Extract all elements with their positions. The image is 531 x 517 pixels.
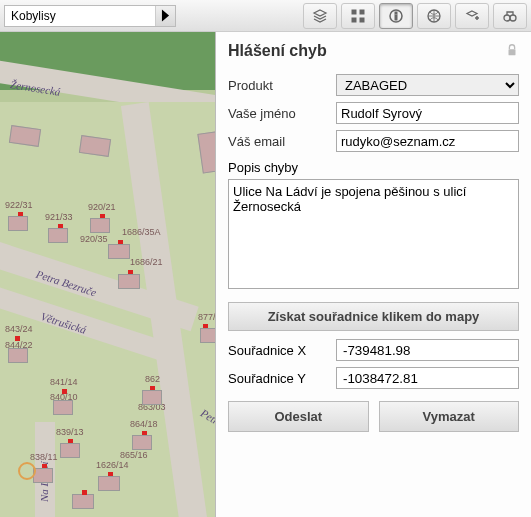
search-wrap bbox=[4, 5, 176, 27]
lock-icon bbox=[505, 43, 519, 60]
svg-point-8 bbox=[504, 15, 510, 21]
main: Žernosecká Petra Bezruče Větrušická Petr… bbox=[0, 32, 531, 517]
get-coordinates-button[interactable]: Získat souřadnice klikem do mapy bbox=[228, 302, 519, 331]
svg-rect-6 bbox=[395, 12, 397, 14]
binoculars-button[interactable] bbox=[493, 3, 527, 29]
name-label: Vaše jméno bbox=[228, 106, 336, 121]
layers-icon bbox=[312, 8, 328, 24]
parcel-label: 838/11 bbox=[30, 452, 58, 462]
coord-y-input[interactable] bbox=[336, 367, 519, 389]
panel-title: Hlášení chyb bbox=[228, 42, 327, 60]
grid-icon bbox=[350, 8, 366, 24]
parcel-label: 839/13 bbox=[56, 427, 84, 437]
parcel-label: 922/31 bbox=[5, 200, 33, 210]
info-button[interactable] bbox=[379, 3, 413, 29]
search-input[interactable] bbox=[5, 6, 155, 26]
svg-point-9 bbox=[510, 15, 516, 21]
addlayer-button[interactable] bbox=[455, 3, 489, 29]
marker-icon bbox=[18, 462, 36, 480]
parcel-label: 1686/21 bbox=[130, 257, 163, 267]
parcel-label: 864/18 bbox=[130, 419, 158, 429]
parcel-label: 843/24 bbox=[5, 324, 33, 334]
svg-rect-10 bbox=[509, 49, 516, 55]
search-go-button[interactable] bbox=[155, 6, 175, 26]
product-select[interactable]: ZABAGED bbox=[336, 74, 519, 96]
parcel-label: 920/35 bbox=[80, 234, 108, 244]
description-textarea[interactable] bbox=[228, 179, 519, 289]
svg-rect-3 bbox=[360, 18, 364, 22]
parcel-label: 841/14 bbox=[50, 377, 78, 387]
email-input[interactable] bbox=[336, 130, 519, 152]
parcel-label: 877/37 bbox=[198, 312, 215, 322]
globe-icon bbox=[426, 8, 442, 24]
parcel-label: 865/16 bbox=[120, 450, 148, 460]
coord-y-label: Souřadnice Y bbox=[228, 371, 336, 386]
product-label: Produkt bbox=[228, 78, 336, 93]
parcel-label: 920/21 bbox=[88, 202, 116, 212]
parcel-label: 1626/14 bbox=[96, 460, 129, 470]
svg-rect-1 bbox=[360, 10, 364, 14]
clear-button[interactable]: Vymazat bbox=[379, 401, 520, 432]
layers-button[interactable] bbox=[303, 3, 337, 29]
parcel-label: 1686/35A bbox=[122, 227, 161, 237]
arrow-right-icon bbox=[156, 6, 175, 25]
svg-rect-2 bbox=[352, 18, 356, 22]
globe-button[interactable] bbox=[417, 3, 451, 29]
coord-x-input[interactable] bbox=[336, 339, 519, 361]
error-report-panel: Hlášení chyb Produkt ZABAGED Vaše jméno … bbox=[215, 32, 531, 517]
map-view[interactable]: Žernosecká Petra Bezruče Větrušická Petr… bbox=[0, 32, 215, 517]
svg-rect-5 bbox=[395, 15, 397, 20]
addlayer-icon bbox=[464, 8, 480, 24]
info-icon bbox=[388, 8, 404, 24]
name-input[interactable] bbox=[336, 102, 519, 124]
toolbar bbox=[0, 0, 531, 32]
svg-rect-0 bbox=[352, 10, 356, 14]
description-label: Popis chyby bbox=[228, 160, 519, 175]
binoculars-icon bbox=[502, 8, 518, 24]
grid-button[interactable] bbox=[341, 3, 375, 29]
send-button[interactable]: Odeslat bbox=[228, 401, 369, 432]
parcel-label: 862 bbox=[145, 374, 160, 384]
parcel-label: 921/33 bbox=[45, 212, 73, 222]
email-label: Váš email bbox=[228, 134, 336, 149]
coord-x-label: Souřadnice X bbox=[228, 343, 336, 358]
